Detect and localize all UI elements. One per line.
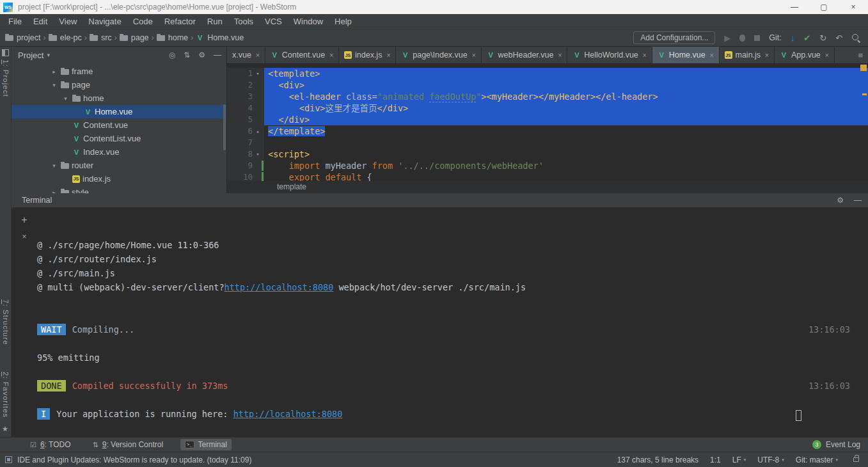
collapse-all-icon[interactable]: ⇅: [184, 51, 190, 59]
tab-content-vue[interactable]: VContent.vue×: [265, 47, 339, 63]
toolwindow-button-9-version-control[interactable]: ⇅9: Version Control: [88, 439, 168, 450]
tool-windows-icon[interactable]: [2, 49, 9, 56]
breadcrumb-item-home[interactable]: home: [157, 33, 188, 42]
breadcrumb-item-src[interactable]: src: [90, 33, 112, 42]
git-update-icon[interactable]: ↓: [791, 33, 795, 43]
menu-item-run[interactable]: Run: [201, 14, 228, 29]
breadcrumb-item-page[interactable]: page: [120, 33, 149, 42]
close-icon[interactable]: ×: [825, 52, 829, 59]
menu-item-view[interactable]: View: [53, 14, 83, 29]
tab-index-js[interactable]: JSindex.js×: [339, 47, 396, 63]
status-utf-8[interactable]: UTF-8▾: [757, 455, 784, 464]
code-editor[interactable]: 1▾<template>2 <div>3 <el-header class="a…: [227, 64, 868, 181]
menu-item-vcs[interactable]: VCS: [259, 14, 288, 29]
add-configuration-button[interactable]: Add Configuration...: [633, 31, 715, 44]
status-1-1[interactable]: 1:1: [710, 455, 721, 464]
menu-item-refactor[interactable]: Refactor: [159, 14, 201, 29]
tabs-list-icon[interactable]: ≡: [853, 51, 868, 60]
stop-icon[interactable]: [754, 35, 760, 41]
terminal-settings-gear-icon[interactable]: ⚙: [837, 196, 844, 205]
menu-item-edit[interactable]: Edit: [28, 14, 53, 29]
code-line-5[interactable]: 5 </div>: [227, 114, 868, 125]
warning-stripe-mark[interactable]: [862, 93, 867, 95]
status-git-master[interactable]: Git: master▾: [796, 455, 838, 464]
tree-item-index-vue[interactable]: VIndex.vue: [12, 145, 226, 159]
tab-webheader-vue[interactable]: VwebHeader.vue×: [482, 47, 568, 63]
tree-item-frame[interactable]: ▸frame: [12, 65, 226, 78]
breadcrumb-template[interactable]: template: [277, 182, 306, 191]
menu-item-code[interactable]: Code: [127, 14, 159, 29]
breadcrumb-item-ele-pc[interactable]: ele-pc: [49, 33, 82, 42]
tree-item-contentlist-vue[interactable]: VContentList.vue: [12, 132, 226, 145]
fold-marker-icon[interactable]: ▾: [253, 68, 263, 79]
git-commit-icon[interactable]: ✔: [803, 33, 810, 43]
tree-item-home-vue[interactable]: VHome.vue: [12, 105, 226, 118]
chevron-down-icon[interactable]: ▾: [50, 82, 58, 88]
tab-page-index-vue[interactable]: Vpage\Index.vue×: [396, 47, 481, 63]
search-icon[interactable]: [851, 33, 860, 42]
fold-marker-icon[interactable]: ▾: [253, 148, 263, 160]
chevron-down-icon[interactable]: ▾: [50, 162, 58, 169]
terminal-link[interactable]: http://localhost:8080: [233, 409, 343, 419]
terminal-title[interactable]: Terminal: [22, 196, 52, 205]
close-button[interactable]: ×: [839, 0, 868, 14]
status-137-chars-5-line-breaks[interactable]: 137 chars, 5 line breaks: [617, 455, 698, 464]
scrollbar-thumb[interactable]: [223, 104, 226, 150]
menu-item-window[interactable]: Window: [288, 14, 329, 29]
menu-item-file[interactable]: File: [3, 14, 28, 29]
history-icon[interactable]: ↻: [819, 33, 826, 43]
locate-file-icon[interactable]: ◎: [169, 51, 175, 59]
code-line-8[interactable]: 8▾<script>: [227, 148, 868, 160]
code-line-10[interactable]: 10 export default {: [227, 171, 868, 181]
rollback-icon[interactable]: ↶: [835, 33, 842, 43]
close-icon[interactable]: ×: [765, 52, 769, 59]
tab-x-vue[interactable]: x.vue×: [227, 47, 265, 63]
code-line-2[interactable]: 2 <div>: [227, 79, 868, 91]
settings-gear-icon[interactable]: ⚙: [198, 51, 205, 59]
code-line-3[interactable]: 3 <el-header class="animated faedOutUp">…: [227, 91, 868, 102]
close-session-icon[interactable]: ×: [22, 232, 26, 241]
stripe-button-2-favorites[interactable]: 2: Favorites: [2, 372, 10, 418]
tab-helloworld-vue[interactable]: VHelloWorld.vue×: [567, 47, 652, 63]
stripe-button-1-project[interactable]: 1: Project: [2, 59, 10, 97]
close-icon[interactable]: ×: [472, 52, 476, 59]
project-panel-title[interactable]: Project: [18, 51, 43, 60]
toolwindow-button-terminal[interactable]: >_Terminal: [180, 439, 232, 450]
close-icon[interactable]: ×: [643, 52, 647, 59]
new-session-icon[interactable]: +: [21, 214, 27, 226]
favorites-star-icon[interactable]: ★: [2, 425, 8, 433]
tree-item-page[interactable]: ▾page: [12, 78, 226, 91]
chevron-down-icon[interactable]: ▾: [47, 52, 50, 58]
minimize-button[interactable]: —: [780, 0, 809, 14]
debug-icon[interactable]: [739, 35, 745, 42]
tree-item-home[interactable]: ▾home: [12, 91, 226, 105]
terminal-output[interactable]: @ ./src/page/home/Home.vue 11:0-366@ ./s…: [37, 208, 868, 437]
tree-item-content-vue[interactable]: VContent.vue: [12, 118, 226, 132]
maximize-button[interactable]: ▢: [809, 0, 839, 14]
event-log-button[interactable]: Event Log: [826, 440, 860, 449]
close-icon[interactable]: ×: [256, 52, 260, 59]
close-icon[interactable]: ×: [329, 52, 333, 59]
menu-item-tools[interactable]: Tools: [228, 14, 259, 29]
close-icon[interactable]: ×: [710, 52, 714, 59]
tree-item-style[interactable]: ▸style: [12, 186, 226, 193]
breadcrumb-item-home-vue[interactable]: VHome.vue: [196, 33, 244, 42]
fold-marker-icon[interactable]: ▴: [253, 125, 263, 137]
code-line-4[interactable]: 4 <div>这里才是首页</div>: [227, 102, 868, 114]
code-line-7[interactable]: 7: [227, 137, 868, 148]
close-icon[interactable]: ×: [386, 52, 390, 59]
breadcrumb-item-project[interactable]: project: [5, 33, 41, 42]
update-notification-icon[interactable]: [5, 456, 12, 463]
code-line-1[interactable]: 1▾<template>: [227, 68, 868, 79]
tab-home-vue[interactable]: VHome.vue×: [652, 47, 720, 63]
tab-app-vue[interactable]: VApp.vue×: [775, 47, 835, 63]
status-message[interactable]: IDE and Plugin Updates: WebStorm is read…: [17, 455, 251, 464]
menu-item-navigate[interactable]: Navigate: [83, 14, 127, 29]
code-line-9[interactable]: 9 import myHeader from '../../components…: [227, 160, 868, 171]
terminal-hide-icon[interactable]: —: [854, 196, 862, 205]
chevron-right-icon[interactable]: ▸: [50, 68, 58, 75]
terminal-link[interactable]: http://localhost:8080: [225, 282, 334, 292]
chevron-down-icon[interactable]: ▾: [61, 95, 70, 102]
tree-item-index-js[interactable]: JSindex.js: [12, 172, 226, 186]
toolwindow-button-6-todo[interactable]: ☑6: TODO: [26, 439, 75, 450]
